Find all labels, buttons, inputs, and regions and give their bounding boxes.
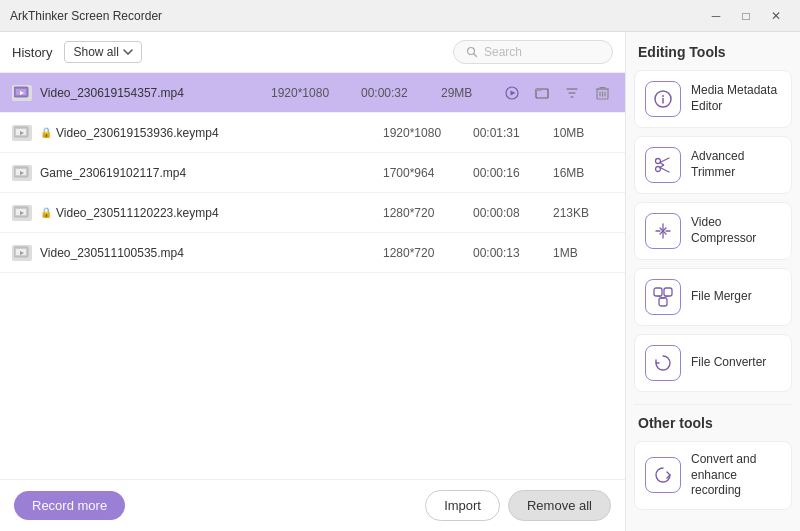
file-name: Video_230511100535.mp4	[40, 246, 383, 260]
file-type-icon	[12, 205, 32, 221]
left-panel: History Show all Search Video_2306191543…	[0, 32, 625, 531]
editing-tools-title: Editing Tools	[634, 44, 792, 60]
tool-media-metadata[interactable]: Media Metadata Editor	[634, 70, 792, 128]
toolbar: History Show all Search	[0, 32, 625, 73]
tool-advanced-trimmer[interactable]: Advanced Trimmer	[634, 136, 792, 194]
other-tools-title: Other tools	[634, 415, 792, 431]
svg-rect-42	[654, 288, 662, 296]
file-actions	[501, 82, 613, 104]
file-size: 213KB	[553, 206, 613, 220]
video-compressor-icon-box	[645, 213, 681, 249]
folder-button[interactable]	[531, 82, 553, 104]
file-duration: 00:01:31	[473, 126, 553, 140]
media-metadata-icon-box	[645, 81, 681, 117]
convert-enhance-icon-box	[645, 457, 681, 493]
search-placeholder: Search	[484, 45, 522, 59]
file-duration: 00:00:08	[473, 206, 553, 220]
close-button[interactable]: ✕	[762, 6, 790, 26]
svg-line-37	[660, 165, 664, 168]
tool-file-merger[interactable]: File Merger	[634, 268, 792, 326]
bottom-bar: Record more Import Remove all	[0, 479, 625, 531]
file-converter-label: File Converter	[691, 355, 766, 371]
titlebar: ArkThinker Screen Recorder ─ □ ✕	[0, 0, 800, 32]
file-resolution: 1920*1080	[383, 126, 473, 140]
svg-line-1	[474, 54, 477, 57]
svg-marker-6	[511, 90, 516, 95]
search-box[interactable]: Search	[453, 40, 613, 64]
file-size: 16MB	[553, 166, 613, 180]
show-all-dropdown[interactable]: Show all	[64, 41, 141, 63]
merge-icon	[652, 286, 674, 308]
info-icon	[653, 89, 673, 109]
lock-icon: 🔒	[40, 207, 52, 218]
table-row[interactable]: 🔒Video_230619153936.keymp41920*108000:01…	[0, 113, 625, 153]
chevron-down-icon	[123, 49, 133, 55]
file-list: Video_230619154357.mp41920*108000:00:322…	[0, 73, 625, 479]
advanced-trimmer-icon-box	[645, 147, 681, 183]
file-resolution: 1700*964	[383, 166, 473, 180]
window-controls: ─ □ ✕	[702, 6, 790, 26]
file-size: 1MB	[553, 246, 613, 260]
file-size: 29MB	[441, 86, 501, 100]
tool-file-converter[interactable]: File Converter	[634, 334, 792, 392]
file-merger-icon-box	[645, 279, 681, 315]
section-divider	[634, 404, 792, 405]
file-name: Video_230511120223.keymp4	[56, 206, 383, 220]
file-resolution: 1280*720	[383, 206, 473, 220]
file-type-icon	[12, 85, 32, 101]
file-type-icon	[12, 165, 32, 181]
svg-rect-44	[659, 298, 667, 306]
file-type-icon	[12, 245, 32, 261]
file-size: 10MB	[553, 126, 613, 140]
enhance-icon	[653, 465, 673, 485]
tool-convert-enhance[interactable]: Convert and enhance recording	[634, 441, 792, 510]
file-resolution: 1280*720	[383, 246, 473, 260]
convert-icon	[653, 353, 673, 373]
file-duration: 00:00:16	[473, 166, 553, 180]
delete-button[interactable]	[591, 82, 613, 104]
compress-icon	[653, 221, 673, 241]
right-panel: Editing Tools Media Metadata Editor	[625, 32, 800, 531]
video-compressor-label: Video Compressor	[691, 215, 781, 246]
table-row[interactable]: Video_230619154357.mp41920*108000:00:322…	[0, 73, 625, 113]
minimize-button[interactable]: ─	[702, 6, 730, 26]
table-row[interactable]: Video_230511100535.mp41280*72000:00:131M…	[0, 233, 625, 273]
maximize-button[interactable]: □	[732, 6, 760, 26]
file-duration: 00:00:13	[473, 246, 553, 260]
svg-point-30	[662, 95, 664, 97]
search-icon	[466, 46, 478, 58]
app-title: ArkThinker Screen Recorder	[10, 9, 702, 23]
advanced-trimmer-label: Advanced Trimmer	[691, 149, 781, 180]
remove-all-button[interactable]: Remove all	[508, 490, 611, 521]
record-more-button[interactable]: Record more	[14, 491, 125, 520]
table-row[interactable]: 🔒Video_230511120223.keymp41280*72000:00:…	[0, 193, 625, 233]
play-button[interactable]	[501, 82, 523, 104]
file-type-icon	[12, 125, 32, 141]
svg-line-34	[660, 158, 669, 163]
convert-enhance-label: Convert and enhance recording	[691, 452, 781, 499]
filter-button[interactable]	[561, 82, 583, 104]
table-row[interactable]: Game_230619102117.mp41700*96400:00:1616M…	[0, 153, 625, 193]
import-button[interactable]: Import	[425, 490, 500, 521]
file-name: Video_230619153936.keymp4	[56, 126, 383, 140]
scissors-icon	[653, 155, 673, 175]
file-name: Game_230619102117.mp4	[40, 166, 383, 180]
svg-line-35	[660, 168, 669, 173]
file-converter-icon-box	[645, 345, 681, 381]
file-duration: 00:00:32	[361, 86, 441, 100]
file-resolution: 1920*1080	[271, 86, 361, 100]
tool-video-compressor[interactable]: Video Compressor	[634, 202, 792, 260]
file-name: Video_230619154357.mp4	[40, 86, 271, 100]
main-layout: History Show all Search Video_2306191543…	[0, 32, 800, 531]
media-metadata-label: Media Metadata Editor	[691, 83, 781, 114]
history-label: History	[12, 45, 52, 60]
lock-icon: 🔒	[40, 127, 52, 138]
svg-rect-43	[664, 288, 672, 296]
file-merger-label: File Merger	[691, 289, 752, 305]
show-all-label: Show all	[73, 45, 118, 59]
